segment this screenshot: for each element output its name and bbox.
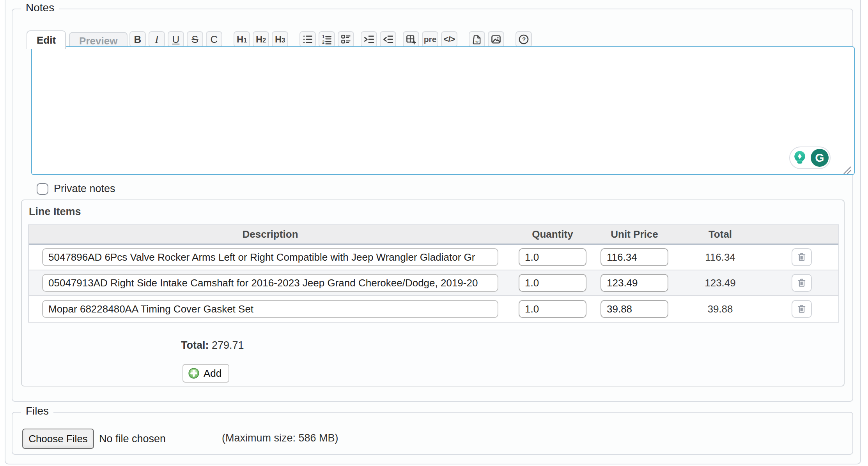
choose-files-button[interactable]: Choose Files <box>22 429 94 449</box>
private-notes-checkbox[interactable] <box>37 183 48 195</box>
bold-button[interactable]: B <box>129 31 146 48</box>
no-file-chosen-text: No file chosen <box>99 433 166 445</box>
line-items-table: Description Quantity Unit Price Total 11… <box>28 224 839 323</box>
column-header-description: Description <box>29 228 512 240</box>
svg-text:∞: ∞ <box>476 39 479 44</box>
private-notes-label: Private notes <box>54 183 115 195</box>
help-icon[interactable]: ? <box>515 31 532 48</box>
private-notes-row: Private notes <box>37 183 115 195</box>
trash-icon <box>796 304 807 314</box>
files-fieldset: Files Choose Files No file chosen (Maxim… <box>12 412 853 455</box>
trash-icon <box>796 277 807 288</box>
column-header-quantity: Quantity <box>512 228 593 240</box>
heading1-button[interactable]: H1 <box>234 31 250 48</box>
quantity-input[interactable] <box>519 248 586 266</box>
code-block-button[interactable]: </> <box>441 31 457 48</box>
description-input[interactable] <box>42 274 498 292</box>
grand-total-value: 279.71 <box>212 339 244 351</box>
table-row: 123.49 <box>29 270 838 296</box>
italic-button[interactable]: I <box>149 31 165 48</box>
svg-text:?: ? <box>522 36 526 42</box>
quantity-input[interactable] <box>519 274 586 292</box>
description-input[interactable] <box>42 300 498 318</box>
ordered-list-icon[interactable]: 1 2 <box>319 31 335 48</box>
unit-price-input[interactable] <box>601 248 668 266</box>
page: Notes Edit Preview B I U S C H1 H2 H3 <box>0 0 868 466</box>
textarea-resize-handle[interactable] <box>840 164 852 175</box>
insert-table-icon[interactable] <box>403 31 419 48</box>
grammarly-widget: G <box>789 147 831 169</box>
unordered-list-icon[interactable] <box>299 31 316 48</box>
max-size-text: (Maximum size: 586 MB) <box>222 432 338 444</box>
add-line-item-button[interactable]: Add <box>182 364 229 383</box>
tab-edit[interactable]: Edit <box>27 30 66 49</box>
table-header-row: Description Quantity Unit Price Total <box>29 225 838 245</box>
unit-price-input[interactable] <box>601 300 668 318</box>
preformatted-button[interactable]: pre <box>422 31 438 48</box>
line-items-panel: Line Items Description Quantity Unit Pri… <box>21 199 845 387</box>
notes-legend: Notes <box>21 2 59 14</box>
heading2-button[interactable]: H2 <box>253 31 269 48</box>
unit-price-input[interactable] <box>601 274 668 292</box>
row-total: 39.88 <box>675 303 765 315</box>
row-total: 116.34 <box>675 251 765 263</box>
add-plus-icon <box>188 367 200 379</box>
inline-code-button[interactable]: C <box>206 31 222 48</box>
wiki-toolbar: B I U S C H1 H2 H3 1 2 <box>129 31 535 48</box>
outdent-icon[interactable] <box>380 31 396 48</box>
notes-fieldset: Notes Edit Preview B I U S C H1 H2 H3 <box>12 9 853 402</box>
trash-icon <box>796 252 807 263</box>
svg-text:1: 1 <box>322 34 324 39</box>
row-total: 123.49 <box>675 277 765 289</box>
column-header-unit-price: Unit Price <box>593 228 675 240</box>
files-legend: Files <box>21 405 53 417</box>
column-header-total: Total <box>675 228 765 240</box>
add-button-label: Add <box>204 367 221 380</box>
line-items-title: Line Items <box>29 206 81 218</box>
table-row: 39.88 <box>29 296 838 322</box>
description-input[interactable] <box>42 248 498 266</box>
quantity-input[interactable] <box>519 300 586 318</box>
delete-row-button[interactable] <box>792 274 812 292</box>
svg-text:2: 2 <box>322 40 324 44</box>
task-list-icon[interactable] <box>338 31 354 48</box>
grammarly-suggestions-icon[interactable] <box>791 149 808 166</box>
delete-row-button[interactable] <box>792 300 812 318</box>
heading3-button[interactable]: H3 <box>272 31 288 48</box>
strikethrough-button[interactable]: S <box>187 31 203 48</box>
table-row: 116.34 <box>29 245 838 270</box>
grammarly-logo-icon[interactable]: G <box>811 149 829 167</box>
underline-button[interactable]: U <box>168 31 184 48</box>
notes-textarea[interactable] <box>31 46 855 175</box>
delete-row-button[interactable] <box>792 248 812 266</box>
grand-total-label: Total: <box>181 339 209 351</box>
link-icon[interactable]: ∞ <box>469 31 485 48</box>
grand-total: Total: 279.71 <box>181 339 244 351</box>
indent-icon[interactable] <box>361 31 377 48</box>
image-icon[interactable] <box>488 31 504 48</box>
